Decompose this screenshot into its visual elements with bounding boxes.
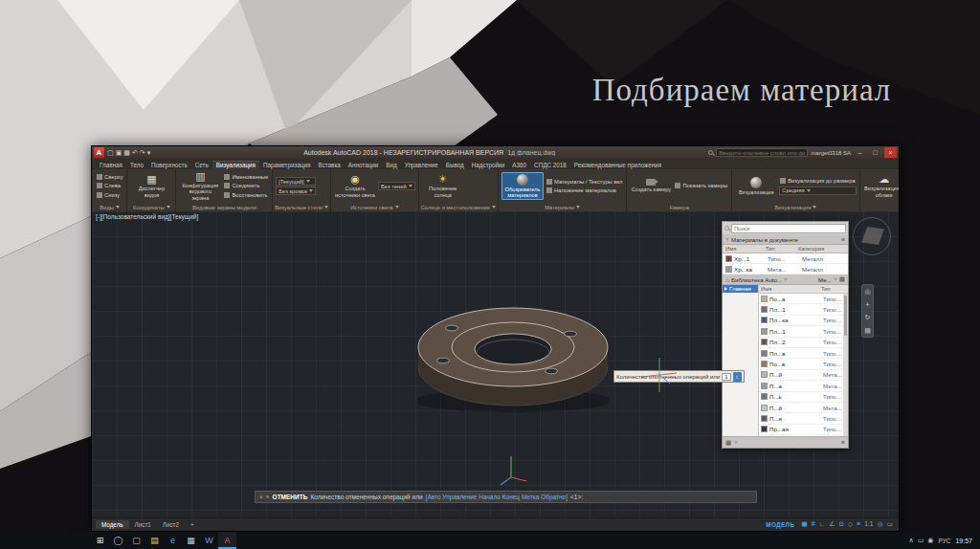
options-menu-icon[interactable]: ≡ <box>841 439 845 446</box>
navigation-tool-icon[interactable]: + <box>865 301 869 308</box>
document-materials-header[interactable]: Материалы в документе ≡ <box>723 234 848 245</box>
material-list-item[interactable]: П...я Типо... <box>759 413 848 424</box>
status-toggle-icon[interactable]: ∠ <box>827 521 836 528</box>
taskbar-app-icon[interactable]: ⊞ <box>91 532 109 549</box>
layout-tab[interactable]: Лист2 <box>157 520 185 529</box>
ribbon-tab[interactable]: A360 <box>508 161 530 169</box>
ribbon-tab[interactable]: Поверхность <box>147 161 191 169</box>
material-list-item[interactable]: Пл...в Типо... <box>759 348 848 359</box>
status-toggle-icon[interactable]: ⊙ <box>836 521 846 528</box>
quick-access-icon[interactable]: ▦ <box>123 147 130 158</box>
material-list-item[interactable]: По...а Типо... <box>759 294 848 304</box>
edge-mode-dropdown[interactable]: Без кромок <box>276 187 316 195</box>
tooltip-value-input[interactable]: 1 <box>722 373 730 381</box>
render-quality-dropdown[interactable]: Средняя <box>779 187 856 195</box>
command-close-icon[interactable]: × <box>259 494 263 500</box>
navigation-tool-icon[interactable]: ↻ <box>865 314 871 320</box>
material-list-item[interactable]: Пл...1 Типо... <box>759 304 848 315</box>
column-name[interactable]: Имя <box>761 286 821 292</box>
ribbon-tab[interactable]: Вставка <box>314 161 344 169</box>
taskbar-app-icon[interactable]: ▤ <box>145 532 164 549</box>
join-viewports-button[interactable]: Соединить <box>223 182 269 189</box>
create-camera-button[interactable]: Создать камеру <box>630 178 672 193</box>
taskbar-app-icon[interactable]: e <box>164 532 182 549</box>
render-button[interactable]: Визуализация <box>735 176 777 196</box>
panel-label-a360[interactable]: A360 <box>860 203 899 211</box>
clock[interactable]: 19:57 <box>955 538 972 544</box>
shadows-dropdown[interactable]: Без теней <box>378 182 415 190</box>
view-top-button[interactable]: Сверху <box>96 173 123 181</box>
status-toggle-icon[interactable]: # <box>810 521 817 528</box>
tray-icon[interactable]: ∧ <box>909 537 914 544</box>
column-type[interactable]: Тип <box>766 246 798 252</box>
panel-label-visual-styles[interactable]: Визуальные стили <box>273 203 330 211</box>
list-view-icon[interactable]: ≡ <box>841 236 845 243</box>
ribbon-tab[interactable]: Главная <box>96 161 126 169</box>
view-left-button[interactable]: Слева <box>96 182 123 189</box>
flange-3d-model[interactable] <box>417 305 609 418</box>
ribbon-tab[interactable]: Рекомендованные приложения <box>570 161 665 169</box>
restore-viewports-button[interactable]: Восстановить <box>223 191 269 199</box>
view-bottom-button[interactable]: Снизу <box>96 191 123 199</box>
library-filter[interactable]: Ме... <box>818 276 832 283</box>
ribbon-tab[interactable]: Тело <box>126 161 147 169</box>
viewport-config-button[interactable]: ▥Конфигурация видового экрана <box>179 170 221 201</box>
help-search-input[interactable] <box>716 148 808 157</box>
ribbon-tab[interactable]: Параметризация <box>259 161 314 169</box>
create-light-button[interactable]: ◉Создать источники света <box>334 173 376 198</box>
taskbar-app-icon[interactable]: ▢ <box>127 532 145 549</box>
scrollbar-thumb[interactable] <box>844 296 847 336</box>
app-menu-button[interactable]: A <box>94 147 104 158</box>
panel-label-materials[interactable]: Материалы <box>499 203 626 211</box>
palette-scrollbar[interactable] <box>843 294 848 436</box>
material-mapping-button[interactable]: Наложение материалов <box>546 187 623 194</box>
account-name[interactable]: marget0318 SA <box>811 150 851 156</box>
status-toggle-icon[interactable]: 1:1 <box>862 521 875 528</box>
materials-textures-toggle[interactable]: Материалы / Текстуры вкл <box>546 178 623 186</box>
material-list-item[interactable]: Пр...ая Типо... <box>759 425 848 435</box>
show-cameras-button[interactable]: Показать камеры <box>674 182 728 189</box>
navigation-tool-icon[interactable]: ◎ <box>864 288 870 295</box>
ribbon-tab[interactable]: СПДС 2018 <box>530 161 570 169</box>
material-list-item[interactable]: Пл...1 Типо... <box>759 326 848 337</box>
quick-access-icon[interactable]: ▾ <box>147 147 151 158</box>
status-toggle-icon[interactable]: ▭ <box>885 521 895 528</box>
panel-label-sun[interactable]: Солнце и местоположение <box>419 203 498 211</box>
material-list-item[interactable]: Пл...ка Типо... <box>759 316 848 326</box>
taskbar-app-icon[interactable]: ◯ <box>109 532 127 549</box>
manage-library-icon[interactable]: ▦ <box>725 439 731 447</box>
render-in-cloud-button[interactable]: ☁Визуализация в облаке <box>863 173 899 198</box>
taskbar-app-icon[interactable]: W <box>200 532 218 549</box>
close-button[interactable]: × <box>884 147 897 158</box>
ribbon-tab[interactable]: Сеть <box>191 161 212 169</box>
panel-label-viewports[interactable]: Видовые экраны модели <box>176 203 272 211</box>
status-toggle-icon[interactable]: ◇ <box>846 521 855 528</box>
taskbar-app-icon[interactable]: A <box>218 532 236 549</box>
named-viewports-button[interactable]: Именованные <box>223 173 269 181</box>
material-list-item[interactable]: П...й Мета... <box>759 403 848 413</box>
navigation-tool-icon[interactable]: ▤ <box>864 327 871 334</box>
column-type[interactable]: Тип <box>821 286 846 292</box>
view-cube-face[interactable] <box>861 227 884 245</box>
quick-access-icon[interactable]: ↷ <box>140 147 145 158</box>
library-header[interactable]: ⌂ Библиотека Auto... Ме... ▦ <box>723 274 848 285</box>
ribbon-tab[interactable]: Визуализация <box>212 161 259 169</box>
model-viewport[interactable]: [-][Пользовательский вид][Текущий] <box>92 211 899 517</box>
sun-status-button[interactable]: ☀Положение солнца <box>422 173 464 198</box>
tooltip-spinner-icon[interactable]: ↕ <box>733 372 742 382</box>
panel-label-render[interactable]: Визуализация <box>732 203 858 211</box>
tray-icon[interactable]: ▭ <box>918 537 924 544</box>
viewport-label[interactable]: [-][Пользовательский вид][Текущий] <box>96 213 198 220</box>
view-manager-button[interactable]: ▦Диспетчер видов <box>130 173 172 198</box>
command-line[interactable]: × ≡ ОТМЕНИТЬ Количество отмененных опера… <box>255 491 757 503</box>
panel-label-views[interactable]: Виды <box>93 203 126 211</box>
material-list-item[interactable]: П...а Мета... <box>759 381 848 391</box>
status-toggle-icon[interactable]: ≡ <box>855 521 862 528</box>
panel-label-camera[interactable]: Камера <box>627 203 731 211</box>
material-list-item[interactable]: Пл...2 Типо... <box>759 338 848 348</box>
status-toggle-icon[interactable]: ∟ <box>817 521 828 528</box>
status-toggle-icon[interactable]: ◎ <box>876 521 885 528</box>
taskbar-app-icon[interactable]: ▦ <box>182 532 200 549</box>
render-to-size-button[interactable]: Визуализация до размера <box>779 177 856 185</box>
tray-icon[interactable]: ◉ <box>927 537 933 544</box>
